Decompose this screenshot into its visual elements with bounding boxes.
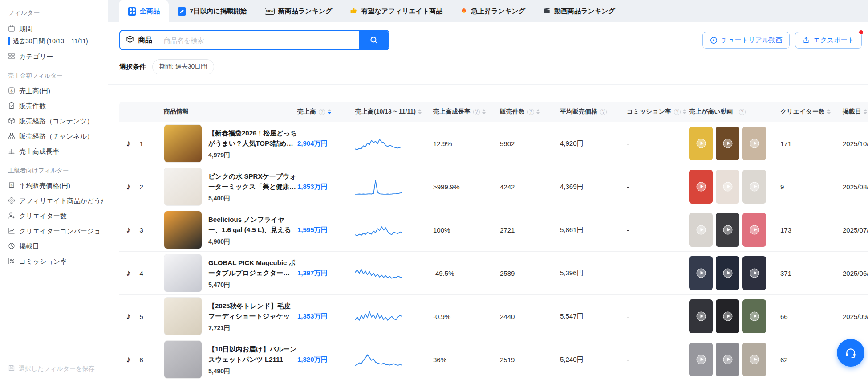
revenue-link[interactable]: 2,904万円	[297, 139, 328, 147]
video-thumbnail[interactable]	[716, 343, 739, 376]
video-thumbnail[interactable]	[742, 343, 766, 376]
filter-growth-rate[interactable]: 売上高成長率	[8, 147, 103, 156]
tiktok-icon: ♪	[126, 139, 131, 148]
product-title[interactable]: 【新春福袋2026！松屋どっちがうまい？人気TOP3詰め…	[208, 128, 297, 148]
tab-promising-affiliate[interactable]: 有望なアフィリエイト商品	[341, 0, 451, 22]
help-icon[interactable]: ?	[739, 109, 746, 115]
video-thumbnail[interactable]	[689, 170, 713, 204]
video-thumbnail[interactable]	[742, 299, 766, 333]
filter-revenue[interactable]: $ 売上高(円)	[8, 87, 103, 95]
help-icon[interactable]: ?	[319, 109, 325, 115]
revenue-link[interactable]: 1,353万円	[297, 312, 328, 320]
play-icon	[696, 312, 706, 321]
video-thumbnail[interactable]	[742, 127, 766, 160]
revenue-link[interactable]: 1,320万円	[297, 355, 328, 363]
filter-creator-count[interactable]: クリエイター数	[8, 212, 103, 221]
video-thumbnail[interactable]	[689, 127, 713, 160]
sort-control[interactable]	[328, 109, 331, 114]
filter-listed-date[interactable]: 掲載日	[8, 242, 103, 251]
support-chat-button[interactable]	[837, 339, 864, 367]
tab-listed-within-7days[interactable]: 7日以内に掲載開始	[169, 0, 256, 22]
revenue-link[interactable]: 1,853万円	[297, 183, 328, 190]
product-image[interactable]	[164, 254, 202, 292]
sort-control[interactable]	[418, 109, 422, 114]
video-thumbnail[interactable]	[689, 256, 713, 290]
video-thumbnail[interactable]	[716, 299, 739, 333]
play-icon	[723, 182, 732, 192]
condition-pill-period[interactable]: 期間: 過去30日間	[152, 59, 214, 74]
filter-period-selected[interactable]: 過去30日間 (10/13 ~ 11/11)	[8, 37, 103, 45]
video-thumbnail[interactable]	[716, 213, 739, 247]
video-thumbnail[interactable]	[716, 170, 739, 204]
tab-video-product-ranking[interactable]: 動画商品ランキング	[534, 0, 624, 22]
video-thumbnail[interactable]	[742, 256, 766, 290]
filter-period[interactable]: 期間	[8, 25, 103, 33]
table-row[interactable]: ♪ 1 【新春福袋2026！松屋どっちがうまい？人気TOP3詰め… 4,979円…	[119, 122, 868, 165]
col-avg-price[interactable]: 平均販売価格	[560, 108, 597, 116]
product-image[interactable]	[164, 124, 202, 163]
product-price: 4,979円	[208, 151, 297, 159]
col-revenue-trend[interactable]: 売上高(10/13 ~ 11/11)	[355, 108, 416, 116]
table-row[interactable]: ♪ 5 【2025秋冬トレンド】毛皮フーディショートジャケット… 7,721円 …	[119, 295, 868, 338]
sort-control[interactable]	[827, 109, 831, 114]
help-icon[interactable]: ?	[473, 109, 480, 115]
filter-sales-count[interactable]: 販売件数	[8, 102, 103, 110]
video-thumbnail[interactable]	[742, 213, 766, 247]
col-revenue[interactable]: 売上高	[297, 108, 316, 116]
product-title[interactable]: ピンクの水 SPRXケープウォーターミックス「美と健康…	[208, 171, 297, 192]
filter-category[interactable]: カテゴリー	[8, 53, 103, 61]
save-filters-button[interactable]: 選択したフィルターを保存	[8, 364, 94, 373]
product-image[interactable]	[164, 211, 202, 249]
search-category-selector[interactable]: 商品	[120, 35, 158, 45]
revenue-link[interactable]: 1,595万円	[297, 226, 328, 233]
bar-chart-icon	[8, 147, 15, 156]
product-image[interactable]	[164, 297, 202, 335]
help-icon[interactable]: ?	[527, 109, 534, 115]
search-input[interactable]	[164, 31, 359, 49]
video-thumbnail[interactable]	[689, 213, 713, 247]
product-image[interactable]	[164, 340, 202, 379]
table-row[interactable]: ♪ 2 ピンクの水 SPRXケープウォーターミックス「美と健康… 5,400円 …	[119, 165, 868, 208]
video-thumbnail[interactable]	[742, 170, 766, 204]
product-image[interactable]	[164, 168, 202, 206]
product-title[interactable]: 【2025秋冬トレンド】毛皮フーディショートジャケット…	[208, 301, 297, 321]
filter-affiliate[interactable]: アフィリエイト商品かどうか	[8, 197, 103, 205]
filter-channel-content[interactable]: 販売経路（コンテンツ）	[8, 117, 103, 126]
product-title[interactable]: GLOBAL PICK Magcubic ポータブルプロジェクター…	[208, 257, 297, 278]
video-thumbnail[interactable]	[716, 256, 739, 290]
tutorial-video-button[interactable]: チュートリアル動画	[702, 32, 790, 49]
table-row[interactable]: ♪ 6 【10日以内お届け】バルーンスウェットパンツ L2111 5,490円 …	[119, 338, 868, 380]
col-sales[interactable]: 販売件数	[500, 108, 525, 116]
search-button[interactable]	[359, 31, 389, 49]
filter-avg-price[interactable]: $ 平均販売価格(円)	[8, 182, 103, 190]
sort-control[interactable]	[864, 109, 867, 114]
rank-number: 4	[140, 270, 143, 277]
video-thumbnail[interactable]	[689, 299, 713, 333]
svg-text:$: $	[11, 183, 13, 187]
table-row[interactable]: ♪ 4 GLOBAL PICK Magcubic ポータブルプロジェクター… 5…	[119, 252, 868, 295]
revenue-link[interactable]: 1,397万円	[297, 269, 328, 277]
help-icon[interactable]: ?	[674, 109, 681, 115]
sales-count: 2519	[500, 356, 560, 364]
sort-control[interactable]	[482, 109, 486, 114]
sort-control[interactable]	[536, 109, 540, 114]
col-growth[interactable]: 売上高成長率	[433, 108, 471, 116]
tab-trending-ranking[interactable]: 急上昇ランキング	[451, 0, 534, 22]
tab-new-product-ranking[interactable]: NEW 新商品ランキング	[256, 0, 341, 22]
col-creators[interactable]: クリエイター数	[780, 108, 825, 116]
sort-control[interactable]	[683, 109, 686, 114]
product-title[interactable]: 【10日以内お届け】バルーンスウェットパンツ L2111	[208, 344, 297, 364]
filter-channel[interactable]: 販売経路（チャンネル）	[8, 132, 103, 141]
video-thumbnail[interactable]	[716, 127, 739, 160]
video-thumbnail[interactable]	[689, 343, 713, 376]
export-button[interactable]: エクスポート	[795, 32, 862, 49]
col-listed[interactable]: 掲載日	[843, 108, 861, 116]
table-row[interactable]: ♪ 3 Beelicious ノンフライヤー、1.6 gal (4.5 L)、見…	[119, 208, 868, 252]
help-icon[interactable]: ?	[600, 109, 607, 115]
filter-creator-conversion[interactable]: クリエイターコンバージョ…	[8, 227, 103, 236]
filter-commission-rate[interactable]: コミッション率	[8, 257, 103, 266]
col-commission[interactable]: コミッション率	[627, 108, 671, 116]
tab-all-products[interactable]: 全商品	[119, 0, 169, 22]
commission-value: -	[627, 183, 689, 191]
product-title[interactable]: Beelicious ノンフライヤー、1.6 gal (4.5 L)、見える窓、…	[208, 214, 297, 235]
